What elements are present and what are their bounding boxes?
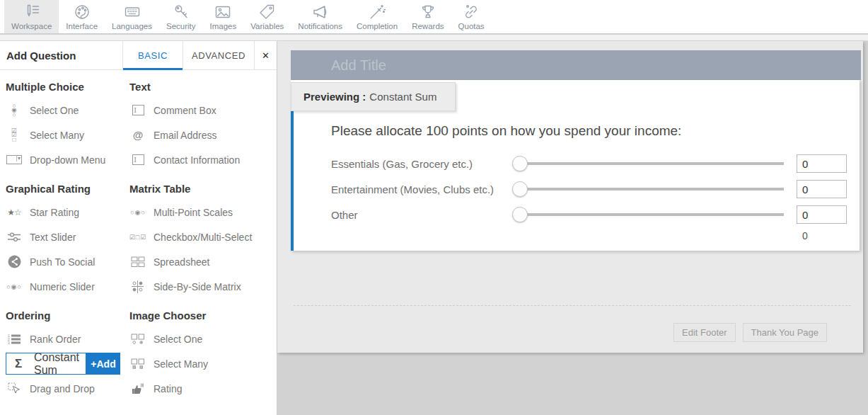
allocation-row: Essentials (Gas, Grocery etc.) (331, 151, 846, 176)
star-rating-icon: ★☆ (6, 208, 23, 217)
toolbar-item-label: Languages (112, 22, 152, 30)
row-label: Other (331, 209, 512, 221)
constant-sum-rows: Essentials (Gas, Grocery etc.) Entertain… (331, 151, 846, 244)
item-label: Side-By-Side Matrix (154, 281, 241, 292)
contact-info-icon: I (129, 154, 146, 165)
toolbar-item-workspace[interactable]: Workspace (4, 0, 59, 33)
sidebar-item-checkbox-multi-select[interactable]: ☑□☑ Checkbox/Multi-Select (129, 224, 277, 249)
sidebar-item-email-address[interactable]: @ Email Address (129, 123, 277, 147)
sidebar-item-rank-order[interactable]: 123 Rank Order (6, 326, 129, 351)
toolbar-item-languages[interactable]: Languages (105, 0, 159, 33)
toolbar-item-label: Notifications (298, 22, 342, 30)
add-button[interactable]: +Add (86, 353, 120, 375)
item-label: Push To Social (30, 256, 95, 268)
sidebar-item-drag-and-drop[interactable]: Drag and Drop (6, 376, 129, 401)
points-input[interactable] (797, 180, 847, 198)
section-ordering: Ordering 123 Rank Order Σ Constant Sum +… (6, 309, 129, 401)
completion-icon (368, 2, 386, 21)
sidebar-item-comment-box[interactable]: I Comment Box (129, 98, 277, 123)
sidebar-title: Add Question (0, 41, 122, 69)
multi-point-icon: ○◉○ (129, 209, 146, 216)
thumbs-rating-icon (129, 382, 146, 394)
footer-dashed-divider (294, 305, 851, 306)
item-label: Checkbox/Multi-Select (154, 232, 252, 243)
slider-handle[interactable] (512, 156, 528, 171)
active-question-indicator (291, 110, 294, 251)
sidebar-item-image-select-one[interactable]: Select One (129, 326, 277, 351)
sidebar-item-push-to-social[interactable]: Push To Social (6, 249, 129, 274)
top-toolbar: Workspace Interface Languages Security I… (0, 0, 868, 34)
section-title: Matrix Table (129, 183, 277, 195)
item-label: Select One (30, 105, 79, 116)
sidebar-item-numeric-slider[interactable]: ○◉○ Numeric Slider (6, 274, 129, 299)
toolbar-item-label: Variables (250, 22, 284, 30)
section-title: Graphical Rating (6, 183, 129, 195)
rank-order-icon: 123 (6, 334, 23, 345)
toolbar-item-notifications[interactable]: Notifications (291, 0, 349, 33)
sidebar-item-star-rating[interactable]: ★☆ Star Rating (6, 200, 129, 224)
images-icon (214, 2, 232, 21)
slider-handle[interactable] (512, 207, 528, 222)
slider-handle[interactable] (512, 181, 528, 197)
thank-you-page-button[interactable]: Thank You Page (743, 323, 827, 342)
toolbar-item-label: Completion (357, 22, 398, 30)
item-label: Spreadsheet (154, 256, 209, 268)
tab-basic[interactable]: BASIC (122, 41, 183, 69)
item-label: Contact Information (154, 154, 240, 166)
section-title: Ordering (6, 309, 129, 322)
sidebar-item-select-one[interactable]: ○◉○ Select One (6, 98, 129, 123)
points-total: 0 (797, 230, 846, 241)
add-title-bar[interactable]: Add Title (291, 50, 861, 80)
sidebar-item-multi-point-scales[interactable]: ○◉○ Multi-Point Scales (129, 200, 277, 224)
toolbar-item-security[interactable]: Security (159, 0, 203, 33)
toolbar-item-completion[interactable]: Completion (349, 0, 405, 33)
comment-box-icon: I (129, 105, 146, 115)
slider-track[interactable] (520, 213, 784, 216)
toolbar-item-quotas[interactable]: Quotas (451, 0, 492, 33)
toolbar-item-images[interactable]: Images (203, 0, 244, 33)
sidebar-item-text-slider[interactable]: Text Slider (6, 224, 129, 249)
section-graphical-rating: Graphical Rating ★☆ Star Rating Text Sli… (6, 183, 129, 299)
item-label: Select One (154, 334, 202, 345)
slider-track[interactable] (520, 162, 784, 165)
points-input[interactable] (797, 154, 847, 173)
languages-icon (123, 2, 141, 21)
slider-track[interactable] (520, 188, 784, 191)
sidebar-item-dropdown-menu[interactable]: ▾ Drop-down Menu (6, 147, 129, 172)
previewing-badge: Previewing : Constant Sum (291, 82, 456, 111)
sidebar-item-select-many[interactable]: ☑☑□ Select Many (6, 123, 129, 147)
sidebar-item-image-rating[interactable]: Rating (129, 376, 277, 401)
toolbar-item-variables[interactable]: Variables (243, 0, 291, 33)
sidebar-item-contact-information[interactable]: I Contact Information (129, 147, 277, 172)
workspace-icon (23, 2, 41, 21)
toolbar-item-rewards[interactable]: Rewards (405, 0, 451, 33)
question-title: Please allocate 100 points on how you sp… (331, 123, 681, 139)
sidebar-header: Add Question BASIC ADVANCED ✕ (0, 41, 277, 70)
sidebar-item-side-by-side-matrix[interactable]: Side-By-Side Matrix (129, 274, 277, 299)
points-input[interactable] (797, 205, 847, 224)
footer-buttons: Edit Footer Thank You Page (673, 323, 827, 342)
numeric-slider-icon: ○◉○ (6, 283, 23, 290)
row-label: Essentials (Gas, Grocery etc.) (331, 158, 512, 170)
image-select-one-icon (129, 334, 146, 345)
checkbox-multi-icon: ☑□☑ (129, 234, 146, 241)
item-label: Rank Order (30, 334, 81, 345)
section-text: Text I Comment Box @ Email Address I Con… (129, 81, 277, 172)
toolbar-divider-strip (0, 35, 868, 41)
close-icon[interactable]: ✕ (254, 41, 277, 69)
security-icon (172, 2, 190, 21)
svg-text:3: 3 (8, 341, 10, 345)
section-matrix-table: Matrix Table ○◉○ Multi-Point Scales ☑□☑ … (129, 183, 277, 299)
edit-footer-button[interactable]: Edit Footer (673, 323, 736, 342)
toolbar-item-interface[interactable]: Interface (59, 0, 105, 33)
sidebar-item-spreadsheet[interactable]: Spreadsheet (129, 249, 277, 274)
section-image-chooser: Image Chooser Select One Select Many (129, 309, 277, 401)
tab-advanced[interactable]: ADVANCED (183, 41, 254, 69)
toolbar-item-label: Workspace (11, 22, 52, 30)
radio-list-icon: ○◉○ (6, 103, 23, 118)
item-label: Numeric Slider (30, 281, 95, 292)
sidebar-item-image-select-many[interactable]: Select Many (129, 351, 277, 376)
spreadsheet-icon (129, 256, 146, 268)
section-multiple-choice: Multiple Choice ○◉○ Select One ☑☑□ Selec… (6, 81, 129, 172)
sidebar-item-constant-sum[interactable]: Σ Constant Sum +Add (6, 352, 129, 375)
